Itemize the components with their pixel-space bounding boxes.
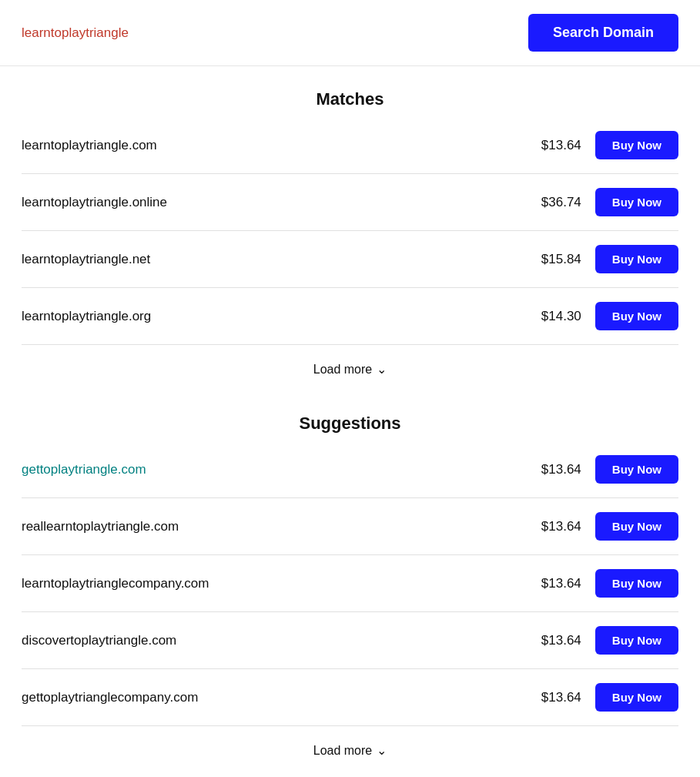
domain-price: $15.84 — [535, 252, 581, 267]
buy-now-button[interactable]: Buy Now — [595, 302, 678, 330]
suggestions-list: gettoplaytriangle.com $13.64 Buy Now rea… — [0, 441, 700, 726]
matches-section: Matches learntoplaytriangle.com $13.64 B… — [0, 89, 700, 390]
domain-name: gettoplaytriangle.com — [22, 462, 146, 477]
table-row: learntoplaytrianglecompany.com $13.64 Bu… — [22, 555, 678, 612]
suggestions-load-more[interactable]: Load more ⌄ — [0, 726, 700, 772]
buy-now-button[interactable]: Buy Now — [595, 683, 678, 712]
domain-price: $13.64 — [535, 519, 581, 534]
chevron-down-icon-2: ⌄ — [377, 743, 387, 758]
domain-right: $13.64 Buy Now — [535, 683, 678, 712]
domain-right: $14.30 Buy Now — [535, 302, 678, 330]
domain-right: $13.64 Buy Now — [535, 626, 678, 655]
domain-right: $13.64 Buy Now — [535, 455, 678, 484]
domain-right: $13.64 Buy Now — [535, 569, 678, 598]
domain-name: learntoplaytriangle.online — [22, 195, 167, 210]
domain-name: discovertoplaytriangle.com — [22, 633, 176, 648]
search-input-display: learntoplaytriangle — [22, 25, 129, 41]
domain-name: learntoplaytriangle.org — [22, 309, 151, 324]
table-row: gettoplaytriangle.com $13.64 Buy Now — [22, 441, 678, 498]
table-row: reallearntoplaytriangle.com $13.64 Buy N… — [22, 498, 678, 555]
domain-name: learntoplaytrianglecompany.com — [22, 576, 209, 591]
domain-price: $13.64 — [535, 138, 581, 153]
domain-name: reallearntoplaytriangle.com — [22, 519, 179, 534]
buy-now-button[interactable]: Buy Now — [595, 131, 678, 159]
domain-price: $13.64 — [535, 633, 581, 648]
domain-price: $13.64 — [535, 690, 581, 705]
domain-name: learntoplaytriangle.com — [22, 138, 157, 153]
table-row: learntoplaytriangle.online $36.74 Buy No… — [22, 174, 678, 231]
suggestions-section: Suggestions gettoplaytriangle.com $13.64… — [0, 414, 700, 772]
domain-price: $13.64 — [535, 576, 581, 591]
buy-now-button[interactable]: Buy Now — [595, 569, 678, 598]
domain-price: $13.64 — [535, 462, 581, 477]
buy-now-button[interactable]: Buy Now — [595, 245, 678, 273]
header: learntoplaytriangle Search Domain — [0, 0, 700, 66]
matches-list: learntoplaytriangle.com $13.64 Buy Now l… — [0, 117, 700, 345]
domain-right: $13.64 Buy Now — [535, 131, 678, 159]
chevron-down-icon: ⌄ — [377, 362, 387, 377]
domain-name: gettoplaytrianglecompany.com — [22, 690, 198, 705]
domain-price: $14.30 — [535, 309, 581, 324]
table-row: learntoplaytriangle.net $15.84 Buy Now — [22, 231, 678, 288]
suggestions-load-more-label: Load more — [313, 744, 373, 758]
domain-right: $36.74 Buy Now — [535, 188, 678, 216]
domain-right: $15.84 Buy Now — [535, 245, 678, 273]
table-row: learntoplaytriangle.org $14.30 Buy Now — [22, 288, 678, 345]
matches-load-more[interactable]: Load more ⌄ — [0, 345, 700, 390]
buy-now-button[interactable]: Buy Now — [595, 512, 678, 541]
matches-load-more-label: Load more — [313, 363, 373, 377]
buy-now-button[interactable]: Buy Now — [595, 455, 678, 484]
table-row: learntoplaytriangle.com $13.64 Buy Now — [22, 117, 678, 174]
table-row: discovertoplaytriangle.com $13.64 Buy No… — [22, 612, 678, 669]
buy-now-button[interactable]: Buy Now — [595, 626, 678, 655]
buy-now-button[interactable]: Buy Now — [595, 188, 678, 216]
domain-name: learntoplaytriangle.net — [22, 252, 150, 267]
matches-title: Matches — [0, 89, 700, 109]
domain-price: $36.74 — [535, 195, 581, 210]
table-row: gettoplaytrianglecompany.com $13.64 Buy … — [22, 669, 678, 726]
domain-right: $13.64 Buy Now — [535, 512, 678, 541]
suggestions-title: Suggestions — [0, 414, 700, 434]
search-domain-button[interactable]: Search Domain — [528, 14, 678, 52]
